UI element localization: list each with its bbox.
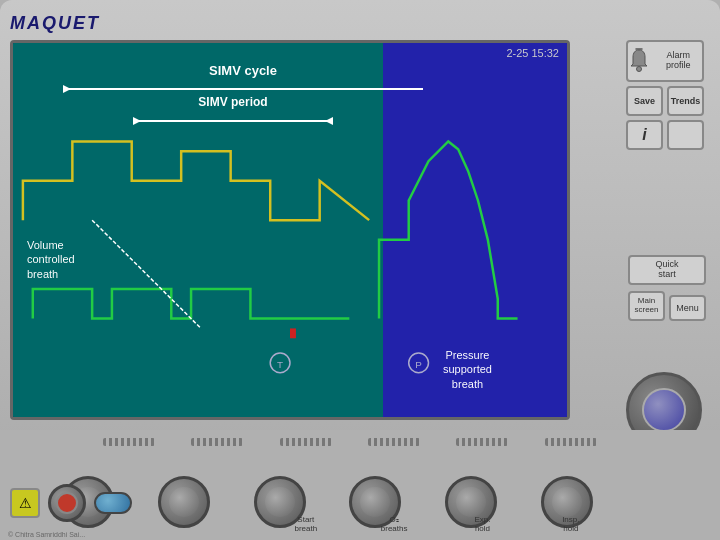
power-button[interactable]: [48, 484, 86, 522]
alarm-bell-icon: [628, 47, 651, 75]
indicator-5: [456, 438, 508, 446]
alarm-profile-label: Alarm profile: [655, 51, 702, 71]
trends-button[interactable]: Trends: [667, 86, 704, 116]
svg-rect-8: [290, 328, 296, 338]
left-bottom-controls: ⚠: [10, 484, 132, 522]
indicator-3: [280, 438, 332, 446]
softkey-label-o2-breaths: O₂ breaths: [368, 515, 420, 534]
alarm-profile-button[interactable]: Alarm profile: [626, 40, 704, 82]
main-screen: 2-25 15:32 SIMV cycle SIMV period: [10, 40, 570, 420]
softkey-label-insp-hold: Insp. hold: [545, 515, 597, 534]
svg-line-9: [92, 220, 201, 328]
softkey-label-start-breath: Start breath: [280, 515, 332, 534]
power-indicator: [56, 492, 78, 514]
bottom-area: Start breath O₂ breaths Exp. hold Insp. …: [0, 430, 720, 540]
menu-button[interactable]: Menu: [669, 295, 706, 321]
psb-label: Pressure supported breath: [443, 348, 492, 391]
indicator-4: [368, 438, 420, 446]
right-panel: Alarm profile Save Trends i: [626, 40, 708, 150]
copyright: © Chitra Samriddhi Sai...: [8, 531, 85, 538]
vcb-label: Volume controlled breath: [27, 238, 75, 281]
indicator-1: [103, 438, 155, 446]
info-row: i: [626, 120, 708, 150]
settings-button[interactable]: [94, 492, 132, 514]
maquet-logo: MAQUET: [10, 13, 100, 34]
device-body: MAQUET Alarm profile Save Trends i: [0, 0, 720, 540]
softkey-labels: Start breath O₂ breaths Exp. hold Insp. …: [85, 515, 615, 534]
softkey-label-exp-hold: Exp. hold: [456, 515, 508, 534]
indicator-2: [191, 438, 243, 446]
svg-text:P: P: [415, 359, 422, 370]
indicator-6: [545, 438, 597, 446]
rotary-knob-inner: [642, 388, 686, 432]
top-bar: MAQUET: [10, 8, 710, 38]
alarm-indicator: ⚠: [10, 488, 40, 518]
save-trends-row: Save Trends: [626, 86, 708, 116]
main-screen-button[interactable]: Main screen: [628, 291, 665, 321]
save-button[interactable]: Save: [626, 86, 663, 116]
svg-text:T: T: [277, 359, 283, 370]
indicator-lines: [85, 438, 615, 446]
quick-start-button[interactable]: Quick start: [628, 255, 706, 285]
info-button[interactable]: i: [626, 120, 663, 150]
menu-mainscreen-row: Main screen Menu: [628, 291, 706, 321]
blank-button: [667, 120, 704, 150]
svg-point-0: [637, 67, 642, 72]
right-controls: Quick start Main screen Menu: [626, 255, 708, 321]
